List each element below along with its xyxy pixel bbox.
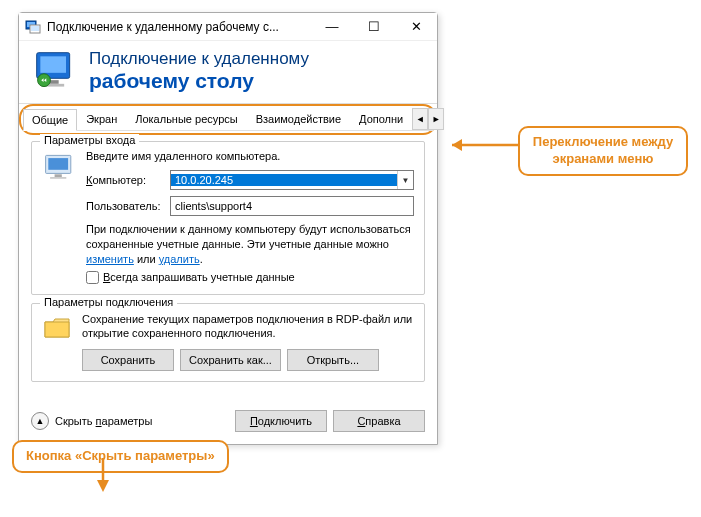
always-ask-checkbox[interactable] [86, 271, 99, 284]
user-input[interactable] [170, 196, 414, 216]
tab-local-resources[interactable]: Локальные ресурсы [126, 108, 246, 130]
connect-button[interactable]: Подключить [235, 410, 327, 432]
computer-combo[interactable]: ▼ [170, 170, 414, 190]
arrow-to-tabs [440, 133, 520, 157]
login-group-title: Параметры входа [40, 134, 139, 146]
svg-rect-12 [50, 177, 66, 179]
computer-label: Компьютер: [86, 174, 164, 186]
computer-dropdown-arrow[interactable]: ▼ [397, 171, 413, 189]
tab-row: Общие Экран Локальные ресурсы Взаимодейс… [23, 108, 433, 131]
svg-rect-5 [40, 56, 66, 73]
svg-rect-10 [48, 158, 68, 170]
svg-marker-16 [97, 480, 109, 492]
callout-tabs: Переключение между экранами меню [518, 126, 688, 176]
saved-credentials-note: При подключении к данному компьютеру буд… [86, 222, 414, 267]
minimize-button[interactable]: — [311, 13, 353, 41]
rdp-window: Подключение к удаленному рабочему с... —… [18, 12, 438, 445]
connection-text: Сохранение текущих параметров подключени… [82, 312, 414, 342]
collapse-icon[interactable]: ▲ [31, 412, 49, 430]
callout-hide-params: Кнопка «Скрыть параметры» [12, 440, 229, 473]
close-button[interactable]: ✕ [395, 13, 437, 41]
footer: ▲ Скрыть параметры Подключить Справка [19, 400, 437, 444]
rdp-large-icon [33, 49, 77, 93]
folder-icon [42, 312, 74, 344]
maximize-button[interactable]: ☐ [353, 13, 395, 41]
help-button[interactable]: Справка [333, 410, 425, 432]
save-button[interactable]: Сохранить [82, 349, 174, 371]
always-ask-label[interactable]: Всегда запрашивать учетные данные [103, 271, 295, 283]
tab-advanced[interactable]: Дополни [350, 108, 412, 130]
svg-marker-14 [452, 139, 462, 151]
tab-scroll-left[interactable]: ◄ [412, 108, 428, 130]
connection-groupbox: Параметры подключения Сохранение текущих… [31, 303, 425, 383]
titlebar-text: Подключение к удаленному рабочему с... [47, 20, 311, 34]
svg-point-8 [38, 74, 51, 87]
tab-general[interactable]: Общие [23, 109, 77, 131]
login-intro: Введите имя удаленного компьютера. [86, 150, 414, 162]
rdp-app-icon [25, 19, 41, 35]
svg-rect-11 [55, 174, 62, 177]
computer-input[interactable] [171, 174, 397, 186]
monitor-icon [42, 150, 78, 186]
header-line1: Подключение к удаленному [89, 49, 309, 69]
tabs-highlight-annotation: Общие Экран Локальные ресурсы Взаимодейс… [19, 104, 437, 135]
connection-group-title: Параметры подключения [40, 296, 177, 308]
header: Подключение к удаленному рабочему столу [19, 41, 437, 104]
save-as-button[interactable]: Сохранить как... [180, 349, 281, 371]
header-line2: рабочему столу [89, 69, 309, 93]
user-label: Пользователь: [86, 200, 164, 212]
tab-scroll-right[interactable]: ► [428, 108, 444, 130]
tab-display[interactable]: Экран [77, 108, 126, 130]
svg-rect-3 [31, 26, 39, 31]
login-groupbox: Параметры входа Введите имя удаленного к… [31, 141, 425, 295]
edit-credentials-link[interactable]: изменить [86, 253, 134, 265]
tab-experience[interactable]: Взаимодействие [247, 108, 350, 130]
hide-params-link[interactable]: Скрыть параметры [55, 415, 152, 427]
delete-credentials-link[interactable]: удалить [159, 253, 200, 265]
titlebar[interactable]: Подключение к удаленному рабочему с... —… [19, 13, 437, 41]
open-button[interactable]: Открыть... [287, 349, 379, 371]
